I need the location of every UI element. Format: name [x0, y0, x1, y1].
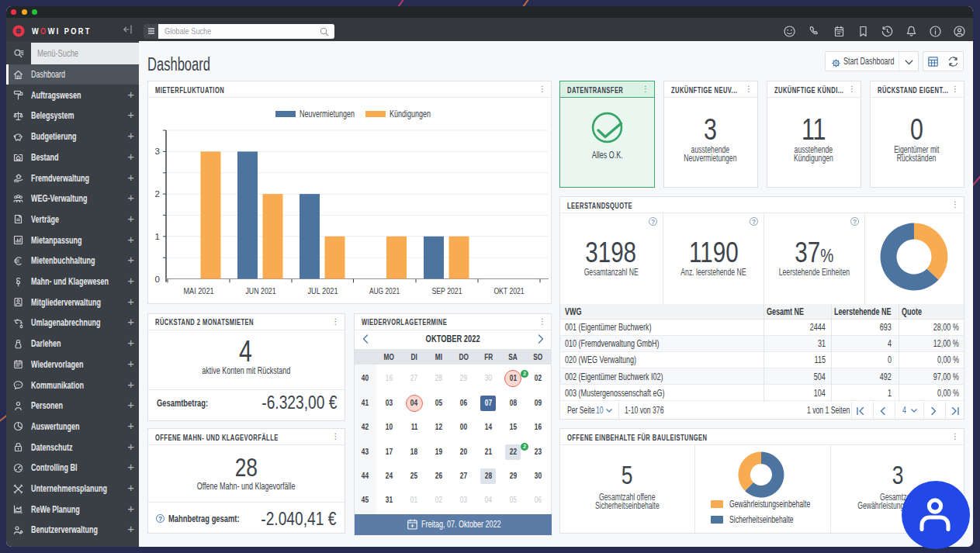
- svg-text:3: 3: [155, 147, 160, 156]
- svg-text:OKT 2021: OKT 2021: [493, 286, 524, 296]
- svg-text:JUN 2021: JUN 2021: [245, 286, 275, 296]
- svg-text:1: 1: [155, 232, 160, 241]
- svg-text:SEP 2021: SEP 2021: [431, 286, 462, 296]
- svg-text:0: 0: [155, 275, 160, 284]
- svg-text:2: 2: [155, 189, 160, 199]
- svg-text:JUL 2021: JUL 2021: [307, 286, 338, 296]
- svg-text:MAI 2021: MAI 2021: [183, 286, 213, 296]
- svg-text:AUG 2021: AUG 2021: [369, 286, 400, 296]
